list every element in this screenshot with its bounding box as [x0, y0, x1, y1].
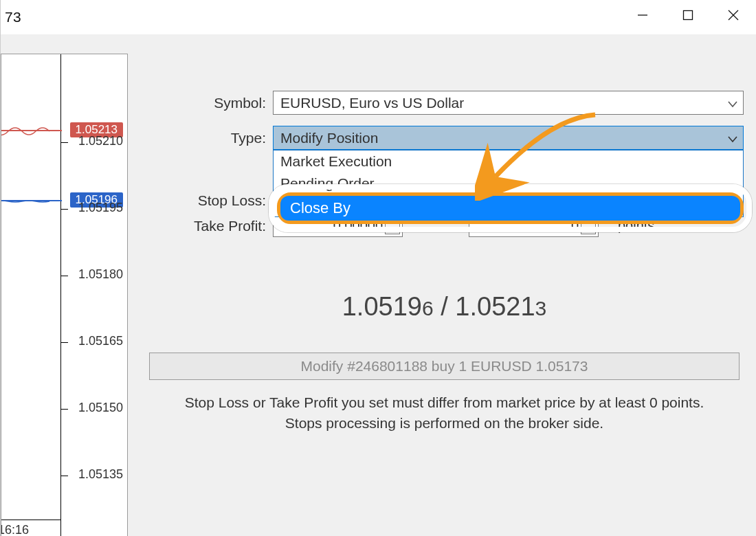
type-option-market-execution[interactable]: Market Execution — [274, 150, 743, 172]
tick-label: 1.05135 — [78, 467, 123, 482]
tick-label: 1.05195 — [78, 201, 123, 215]
symbol-value: EURUSD, Euro vs US Dollar — [280, 95, 464, 111]
close-button[interactable] — [711, 0, 756, 30]
svg-rect-1 — [684, 11, 693, 20]
chevron-down-icon — [728, 95, 737, 111]
info-text: Stop Loss or Take Profit you set must di… — [145, 392, 744, 434]
type-combo[interactable]: Modify Position — [273, 126, 744, 150]
titlebar: 73 — [1, 0, 756, 34]
tick-label: 1.05210 — [78, 134, 123, 148]
maximize-button[interactable] — [665, 0, 711, 30]
minimize-button[interactable] — [620, 0, 665, 30]
symbol-combo[interactable]: EURUSD, Euro vs US Dollar — [273, 91, 744, 115]
type-value: Modify Position — [280, 130, 378, 146]
modify-button-label: Modify #246801188 buy 1 EURUSD 1.05173 — [301, 358, 588, 375]
highlight-ring: Close By — [269, 184, 752, 232]
tick-chart-panel: 1.05213 1.05196 1.05210 1.05195 1.05180 … — [1, 54, 128, 536]
take-profit-label: Take Profit: — [145, 218, 273, 234]
chevron-down-icon — [728, 130, 737, 146]
tick-label: 1.05180 — [78, 267, 123, 282]
tick-label: 1.05165 — [78, 334, 123, 348]
modify-button[interactable]: Modify #246801188 buy 1 EURUSD 1.05173 — [149, 353, 740, 380]
ask-squiggle — [1, 123, 63, 144]
type-label: Type: — [145, 130, 273, 146]
type-option-close-by[interactable]: Close By — [280, 196, 740, 221]
x-axis — [1, 520, 60, 520]
tick-label: 1.05150 — [78, 401, 123, 415]
price-quote: 1.05196 / 1.05213 — [145, 292, 744, 322]
symbol-label: Symbol: — [145, 95, 273, 111]
title-text: 73 — [1, 9, 21, 25]
bid-squiggle — [1, 193, 63, 214]
stop-loss-label: Stop Loss: — [145, 192, 273, 209]
x-tick-label: 13:16:16 — [1, 523, 29, 536]
